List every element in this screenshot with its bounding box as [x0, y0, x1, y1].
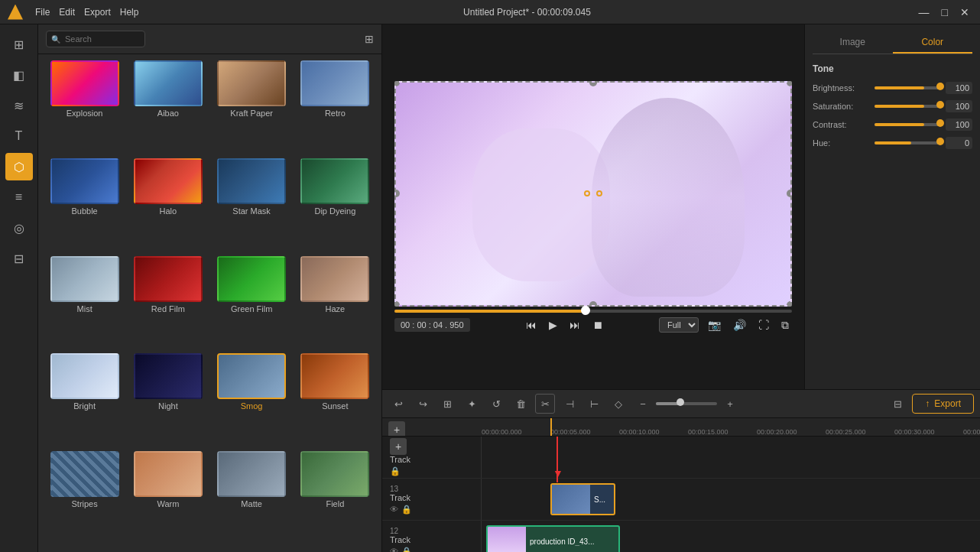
quality-select[interactable]: Full 1/2 1/4 [659, 317, 699, 333]
zoom-out-button[interactable]: − [633, 394, 653, 414]
visibility-icon[interactable]: 👁 [390, 505, 398, 514]
list-item[interactable]: Green Film [212, 256, 292, 351]
list-item[interactable]: Smog [212, 353, 292, 448]
sidebar-item-audio[interactable]: ≋ [5, 92, 33, 119]
list-item[interactable]: Explosion [44, 60, 125, 155]
handle-top-mid[interactable] [589, 81, 597, 86]
fullscreen-button[interactable]: ⛶ [755, 317, 772, 333]
delete-button[interactable]: 🗑 [511, 394, 531, 414]
export-button[interactable]: ↑ Export [912, 394, 974, 414]
sidebar-item-text[interactable]: T [5, 122, 33, 150]
sidebar-item-layers[interactable]: ◧ [5, 61, 33, 89]
audio-button[interactable]: 🔊 [730, 317, 749, 333]
zoom-track[interactable] [656, 402, 717, 405]
contrast-slider[interactable] [875, 123, 941, 126]
saturation-slider[interactable] [875, 105, 941, 108]
sidebar-item-media[interactable]: ⊞ [5, 31, 33, 58]
lock-icon[interactable]: 🔒 [401, 547, 412, 553]
brightness-slider[interactable] [875, 86, 941, 89]
handle-top-left[interactable] [394, 81, 400, 86]
list-item[interactable]: Haze [295, 256, 375, 351]
handle-bottom-left[interactable] [394, 301, 400, 307]
menu-edit[interactable]: Edit [59, 7, 75, 18]
close-button[interactable]: ✕ [957, 6, 972, 18]
add-text-button[interactable]: ✦ [462, 394, 482, 414]
list-item[interactable]: Night [128, 353, 208, 448]
lock-icon[interactable]: 🔒 [401, 505, 412, 515]
filter-label-starmask: Star Mask [232, 206, 271, 216]
menu-file[interactable]: File [35, 7, 50, 18]
stop-button[interactable]: ⏹ [589, 317, 606, 333]
cut-button[interactable]: ✂ [535, 394, 555, 414]
list-item[interactable]: Kraft Paper [212, 60, 292, 155]
trim-left-button[interactable]: ⊣ [560, 394, 579, 414]
handle-mid-right[interactable] [787, 190, 792, 197]
track-content-13[interactable]: S... [482, 479, 980, 520]
list-item[interactable]: Bubble [44, 158, 125, 253]
props-tabs: Image Color [813, 32, 972, 54]
list-item[interactable]: production ID_43... [486, 525, 620, 552]
refresh-button[interactable]: ↺ [486, 394, 506, 414]
pip-button[interactable]: ⧉ [778, 317, 792, 333]
zoom-thumb[interactable] [677, 398, 684, 406]
grid-view-icon[interactable]: ⊞ [365, 33, 374, 45]
sidebar-item-transitions[interactable]: ⊟ [5, 245, 33, 272]
sidebar-item-filters[interactable]: ≡ [5, 183, 33, 211]
screenshot-button[interactable]: 📷 [705, 317, 724, 333]
lock-icon[interactable]: 🔒 [390, 466, 401, 476]
visibility-icon[interactable]: 👁 [390, 547, 398, 552]
play-button[interactable]: ▶ [546, 317, 560, 333]
step-forward-button[interactable]: ⏭ [566, 317, 583, 333]
list-item[interactable]: Stripes [44, 451, 125, 546]
menu-export[interactable]: Export [84, 7, 111, 18]
tab-color[interactable]: Color [893, 32, 973, 54]
list-item[interactable]: Bright [44, 353, 125, 448]
filter-thumb-halo [134, 158, 203, 204]
list-item[interactable]: Red Film [128, 256, 208, 351]
progress-track[interactable] [394, 310, 792, 313]
track-label-12: 12 Track 👁 🔒 [382, 521, 482, 552]
progress-thumb[interactable] [581, 306, 590, 315]
trim-right-button[interactable]: ⊢ [584, 394, 604, 414]
list-item[interactable]: Field [295, 451, 375, 546]
redo-button[interactable]: ↩ [413, 394, 433, 414]
list-item[interactable]: Matte [212, 451, 292, 546]
list-item[interactable]: S... [550, 483, 615, 515]
add-track-btn-inline[interactable]: + [390, 438, 407, 455]
minimize-button[interactable]: — [916, 6, 933, 18]
marker-button[interactable]: ◇ [608, 394, 628, 414]
tab-image[interactable]: Image [813, 32, 893, 54]
search-input[interactable] [46, 31, 145, 47]
list-item[interactable]: Star Mask [212, 158, 292, 253]
filter-thumb-warm [134, 451, 203, 497]
menu-help[interactable]: Help [120, 7, 139, 18]
preview-and-props: 00 : 00 : 04 . 950 ⏮ ▶ ⏭ ⏹ Full 1/2 1/4 [382, 24, 980, 389]
track-content-12[interactable]: production ID_43... [482, 521, 980, 552]
track-icons-12: 👁 🔒 [390, 547, 481, 553]
filter-thumb-starmask [217, 158, 286, 204]
handle-bottom-mid[interactable] [589, 301, 597, 307]
handle-bottom-right[interactable] [787, 301, 792, 307]
list-item[interactable]: Halo [128, 158, 208, 253]
maximize-button[interactable]: □ [939, 6, 951, 18]
list-item[interactable]: Retro [295, 60, 375, 155]
settings-button[interactable]: ⊟ [888, 394, 907, 414]
list-item[interactable]: Aibao [128, 60, 208, 155]
hue-slider[interactable] [875, 141, 941, 144]
timeline-tools-left: ↩ ↩ ⊞ ✦ ↺ 🗑 ✂ ⊣ ⊢ ◇ − + [388, 394, 740, 414]
sidebar-item-effects[interactable]: ⬡ [5, 153, 33, 180]
list-item[interactable]: Mist [44, 256, 125, 351]
clip-thumb-visual [488, 527, 526, 552]
list-item[interactable]: Dip Dyeing [295, 158, 375, 253]
handle-mid-left[interactable] [394, 190, 400, 197]
add-track-button[interactable]: + [388, 421, 405, 437]
sidebar-item-color[interactable]: ◎ [5, 214, 33, 242]
zoom-in-button[interactable]: + [720, 394, 740, 414]
step-back-button[interactable]: ⏮ [523, 317, 540, 333]
add-media-button[interactable]: ⊞ [437, 394, 457, 414]
list-item[interactable]: Warm [128, 451, 208, 546]
ctrl-buttons: ⏮ ▶ ⏭ ⏹ [523, 317, 606, 333]
list-item[interactable]: Sunset [295, 353, 375, 448]
undo-button[interactable]: ↩ [388, 394, 408, 414]
handle-top-right[interactable] [787, 81, 792, 86]
